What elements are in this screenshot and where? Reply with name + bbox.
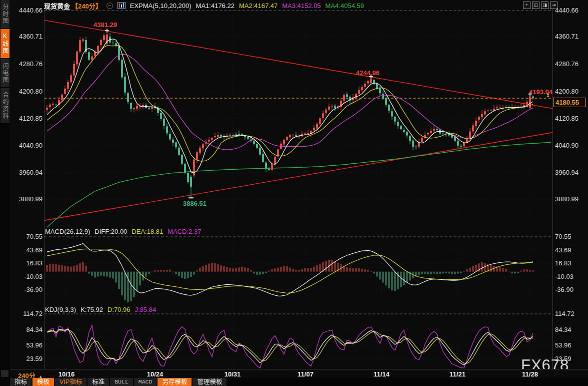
toolbar-button-模板[interactable]: 模板 (32, 378, 54, 386)
y-axis-label: 16.83 (555, 259, 587, 267)
sidebar-corner-box[interactable] (1, 370, 8, 377)
kdj-header: KDJ(9,3,3) K:75.92 D:70.96 J:85.84 (45, 306, 156, 313)
kdj-name: KDJ(9,3,3) (45, 306, 76, 313)
y-axis-label: 114.72 (555, 310, 587, 317)
toolbar-button-管理模板[interactable]: 管理模板 (192, 378, 226, 386)
sidebar-tab-2[interactable]: K线图 (0, 29, 10, 58)
sidebar-tab-1[interactable]: 分时图 (0, 0, 10, 28)
y-axis-label: 43.69 (13, 246, 42, 254)
y-axis-label: 4200.80 (555, 88, 587, 95)
ma4-value: MA4:4054.59 (326, 2, 364, 10)
kdj-k-value: K:75.92 (80, 306, 103, 313)
period-label: 【240分】 (72, 1, 102, 11)
price-up-arrows-icon: ▲▲ (546, 92, 550, 97)
macd-dea-value: DEA:18.81 (132, 228, 163, 235)
y-axis-label: 3960.94 (555, 169, 587, 176)
y-axis-label: -10.03 (13, 273, 42, 280)
symbol-name: 现货黄金 (44, 1, 70, 11)
x-axis-date: 10/24 (147, 370, 164, 378)
chart-toolbar-icons: +◫◨⇥ (523, 2, 558, 9)
y-axis-label: 4360.71 (13, 33, 42, 40)
chart-type-icon[interactable] (118, 2, 126, 9)
y-axis-label: 3880.99 (555, 195, 587, 203)
y-axis-label: 43.69 (555, 246, 587, 254)
y-axis-label: 70.55 (13, 233, 42, 240)
ma2-value: MA2:4167.47 (239, 2, 278, 10)
macd-name: MACD(26,12,9) (45, 228, 90, 235)
y-axis-label: 4040.90 (13, 142, 42, 149)
y-axis-label: 114.72 (13, 310, 42, 317)
toolbar-button-VIP指标[interactable]: VIP指标 (55, 378, 86, 386)
macd-diff-value: DIFF:20.00 (94, 228, 127, 235)
collapse-indicator-icon[interactable]: − (106, 3, 113, 9)
y-axis-label: -36.90 (555, 286, 587, 293)
toolbar-button-另存模板[interactable]: 另存模板 (158, 378, 192, 386)
y-axis-label: 4280.76 (555, 60, 587, 68)
y-axis-label: 3960.94 (13, 169, 42, 176)
x-axis-date: 10/31 (224, 370, 241, 378)
y-axis-label: 4440.66 (13, 7, 42, 14)
x-axis-date: 11/28 (522, 370, 538, 378)
y-axis-label: 84.34 (555, 326, 587, 333)
time-axis-row: 240分▲ 10/1610/2410/3111/0711/1411/2111/2… (10, 369, 588, 378)
bottom-toolbar: 指标模板VIP指标标准BULLMACD另存模板管理模板 (10, 378, 588, 386)
sidebar-tab-4[interactable]: 合约资料 (0, 88, 10, 123)
y-axis-label: 53.96 (13, 341, 42, 349)
y-axis-label: -10.03 (555, 273, 587, 280)
y-axis-label: -36.90 (13, 286, 42, 293)
ma3-value: MA3:4152.05 (282, 2, 320, 10)
trading-app-window: 分时图K线图闪电图合约资料 现货黄金 【240分】 − EXPMA(5,10,2… (0, 0, 588, 386)
pan-icon[interactable]: + (523, 2, 530, 9)
y-axis-label: 16.83 (13, 259, 42, 267)
y-axis-label: 4360.71 (555, 33, 587, 40)
zoom-out-icon[interactable]: ◫ (532, 2, 540, 9)
y-axis-label: 4040.90 (555, 142, 587, 149)
kdj-j-value: J:85.84 (135, 306, 156, 313)
x-axis-date: 11/14 (374, 370, 390, 378)
x-axis-date: 10/16 (58, 370, 75, 378)
y-axis-label: 4120.85 (555, 115, 587, 122)
y-axis-label: 23.59 (13, 355, 42, 362)
chart-header: 现货黄金 【240分】 − EXPMA(5,10,20,200) MA1:417… (44, 2, 364, 10)
peak-price-annotation: 4381.29 (94, 21, 117, 29)
toolbar-button-标准[interactable]: 标准 (88, 378, 109, 386)
toolbar-button-BULL[interactable]: BULL (110, 378, 133, 386)
zoom-in-icon[interactable]: ◨ (541, 2, 548, 9)
kdj-d-value: D:70.96 (108, 306, 130, 313)
toolbar-button-指标[interactable]: 指标 (10, 378, 32, 386)
x-axis-date: 11/21 (450, 370, 466, 378)
y-axis-label: 4440.66 (555, 7, 587, 14)
current-price-box: 4180.55 (553, 98, 586, 107)
ma1-value: MA1:4176.22 (196, 2, 234, 10)
secondary-peak-annotation: 4244.96 (356, 69, 380, 77)
sidebar-tab-3[interactable]: 闪电图 (0, 59, 10, 87)
y-axis-label: 84.34 (13, 326, 42, 333)
collapse-panel-icon[interactable]: ⇥ (550, 2, 558, 9)
y-axis-label: 53.96 (555, 341, 587, 349)
indicator-name: EXPMA(5,10,20,200) (130, 2, 192, 10)
left-sidebar: 分时图K线图闪电图合约资料 (0, 0, 10, 386)
x-axis-date: 11/07 (298, 370, 314, 378)
y-axis-label: 4120.85 (13, 115, 42, 122)
macd-header: MACD(26,12,9) DIFF:20.00 DEA:18.81 MACD:… (45, 228, 201, 235)
y-axis-label: 4200.80 (13, 88, 42, 95)
toolbar-button-MACD[interactable]: MACD (134, 378, 157, 386)
y-axis-label: 3880.99 (13, 195, 42, 203)
macd-macd-value: MACD:2.37 (168, 228, 201, 235)
y-axis-label: 4280.76 (13, 60, 42, 68)
chart-canvas[interactable] (0, 0, 588, 386)
low-price-annotation: 3886.51 (183, 200, 206, 207)
y-axis-label: 70.55 (555, 233, 587, 240)
